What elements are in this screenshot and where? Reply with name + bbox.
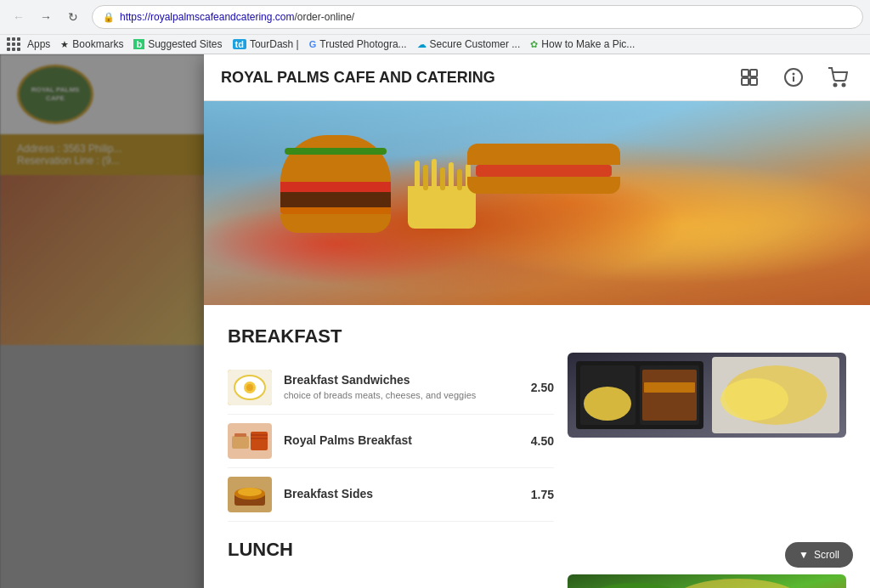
address-bar[interactable]: 🔒 https://royalpalmscafeandcatering.com/…: [92, 5, 863, 29]
lock-icon: 🔒: [103, 12, 115, 23]
breakfast-sandwiches-desc: choice of breads meats, cheeses, and veg…: [284, 389, 508, 401]
svg-rect-0: [742, 70, 749, 76]
back-button[interactable]: ←: [7, 5, 31, 29]
breakfast-sides-price: 1.75: [520, 488, 554, 501]
scroll-label: Scroll: [814, 549, 839, 561]
svg-point-27: [584, 387, 631, 421]
breakfast-sides-name: Breakfast Sides: [284, 487, 508, 500]
svg-rect-3: [750, 78, 757, 85]
cart-icon: [828, 67, 848, 88]
svg-rect-15: [234, 433, 246, 437]
tourdash-icon: td: [233, 39, 246, 49]
lunch-section-body: Cold Sandwiches All sandwiches served al…: [228, 574, 846, 588]
royal-palms-breakfast-name: Royal Palms Breakfast: [284, 433, 508, 447]
menu-item-royal-palms-breakfast[interactable]: Royal Palms Breakfast 4.50: [228, 415, 554, 468]
food-illustration: [272, 118, 484, 280]
suggested-label: Suggested Sites: [148, 38, 222, 50]
breakfast-sandwiches-thumbnail: [228, 370, 272, 405]
star-icon: ★: [60, 39, 69, 50]
breakfast-section-body: Breakfast Sandwiches choice of breads me…: [228, 361, 846, 522]
svg-rect-28: [642, 370, 697, 421]
breakfast-sides-info: Breakfast Sides: [284, 487, 508, 503]
menu-content: BREAKFAST: [204, 305, 870, 588]
modal-panel: ROYAL PALMS CAFE AND CATERING: [204, 54, 870, 588]
svg-point-8: [843, 84, 845, 87]
header-icons: [734, 62, 853, 93]
browser-chrome: ← → ↻ 🔒 https://royalpalmscafeandcaterin…: [0, 0, 870, 54]
address-text: https://royalpalmscafeandcatering.com/or…: [120, 11, 354, 23]
svg-rect-29: [644, 382, 695, 393]
info-icon-button[interactable]: [778, 62, 809, 93]
svg-rect-14: [232, 436, 249, 449]
svg-rect-16: [251, 432, 268, 450]
lunch-section: LUNCH: [228, 539, 846, 588]
cart-icon-button[interactable]: [822, 62, 853, 93]
apps-grid-icon: [7, 37, 20, 51]
apps-label: Apps: [27, 38, 50, 50]
menu-item-breakfast-sides[interactable]: Breakfast Sides 1.75: [228, 468, 554, 522]
royal-palms-breakfast-info: Royal Palms Breakfast: [284, 433, 508, 449]
svg-point-12: [246, 384, 253, 391]
bookmark-bookmarks[interactable]: ★ Bookmarks: [60, 38, 123, 50]
b-icon: b: [133, 39, 144, 49]
url-origin: https://royalpalmscafeandcatering.com: [120, 11, 294, 23]
lunch-section-title: LUNCH: [228, 539, 846, 561]
royal-palms-breakfast-price: 4.50: [520, 434, 554, 448]
svg-rect-2: [742, 78, 749, 85]
svg-point-32: [720, 378, 788, 421]
breakfast-sandwiches-price: 2.50: [520, 381, 554, 394]
menu-item-breakfast-sandwiches[interactable]: Breakfast Sandwiches choice of breads me…: [228, 361, 554, 415]
breakfast-food-photo: [568, 353, 846, 522]
reload-button[interactable]: ↻: [61, 5, 85, 29]
breakfast-items-list: Breakfast Sandwiches choice of breads me…: [228, 361, 554, 522]
modal-title: ROYAL PALMS CAFE AND CATERING: [221, 69, 495, 87]
menu-icon: [739, 67, 760, 88]
bookmark-apps[interactable]: Apps: [7, 37, 50, 51]
svg-point-7: [834, 84, 837, 87]
scroll-button[interactable]: ▼ Scroll: [785, 542, 853, 568]
secure-label: Secure Customer ...: [430, 38, 521, 50]
breakfast-sandwiches-name: Breakfast Sandwiches: [284, 373, 508, 387]
menu-icon-button[interactable]: [734, 62, 765, 93]
modal-header: ROYAL PALMS CAFE AND CATERING: [204, 54, 870, 101]
bookmark-howto[interactable]: ✿ How to Make a Pic...: [530, 38, 635, 50]
tourdash-label: TourDash |: [250, 38, 299, 50]
forward-button[interactable]: →: [34, 5, 58, 29]
url-path: /order-online/: [294, 11, 354, 23]
info-icon: [783, 67, 804, 88]
breakfast-sandwiches-info: Breakfast Sandwiches choice of breads me…: [284, 373, 508, 401]
cloud-icon: ☁: [417, 39, 427, 50]
nav-buttons: ← → ↻: [7, 5, 85, 29]
cold-sandwich-photo: [568, 574, 846, 588]
google-icon: G: [309, 39, 317, 49]
bookmarks-label: Bookmarks: [72, 38, 123, 50]
page-background: ROYAL PALMSCAFE Address : 3563 Philip...…: [0, 54, 870, 588]
bookmark-trusted[interactable]: G Trusted Photogra...: [309, 38, 407, 50]
menu-item-cold-sandwiches[interactable]: Cold Sandwiches All sandwiches served al…: [228, 574, 554, 588]
scroll-arrow-icon: ▼: [799, 549, 809, 561]
bookmark-suggested[interactable]: b Suggested Sites: [133, 38, 222, 50]
hero-image: [204, 101, 870, 305]
svg-rect-1: [750, 70, 757, 76]
howto-label: How to Make a Pic...: [541, 38, 635, 50]
svg-point-22: [238, 488, 262, 496]
bookmark-tourdash[interactable]: td TourDash |: [233, 38, 299, 50]
bookmarks-bar: Apps ★ Bookmarks b Suggested Sites td To…: [0, 34, 870, 54]
breakfast-sides-thumbnail: [228, 477, 272, 512]
browser-toolbar: ← → ↻ 🔒 https://royalpalmscafeandcaterin…: [0, 0, 870, 34]
bookmark-secure[interactable]: ☁ Secure Customer ...: [417, 38, 521, 50]
royal-palms-breakfast-thumbnail: [228, 423, 272, 459]
breakfast-section-title: BREAKFAST: [228, 325, 846, 348]
leaf-icon: ✿: [530, 39, 538, 50]
trusted-label: Trusted Photogra...: [319, 38, 406, 50]
